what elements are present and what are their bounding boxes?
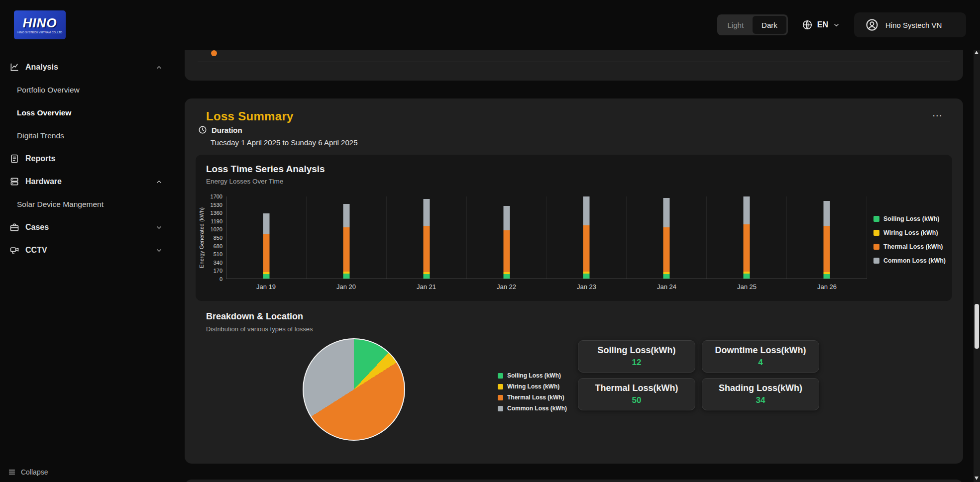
bar-column	[307, 196, 387, 279]
bar-column	[226, 196, 307, 279]
x-axis-label: Jan 26	[787, 283, 867, 290]
legend-label: Thermal Loss (kWh)	[883, 243, 943, 250]
y-axis-tick: 0	[204, 276, 222, 282]
sidebar-item-analysis[interactable]: Analysis	[0, 56, 174, 79]
logo-subtitle: HINO SYSTECH VIETNAM CO.,LTD	[17, 31, 62, 34]
bar-segment-thermal-loss-kwh	[824, 226, 830, 272]
bar-segment-thermal-loss-kwh	[503, 230, 510, 272]
legend-dot	[211, 50, 217, 56]
legend-item-common-loss-kwh[interactable]: Common Loss (kWh)	[873, 257, 946, 264]
legend-item-thermal-loss-kwh[interactable]: Thermal Loss (kWh)	[873, 243, 946, 250]
sidebar-item-hardware[interactable]: Hardware	[0, 170, 174, 193]
bar-segment-common-loss-kwh	[423, 199, 430, 226]
bar-segment-thermal-loss-kwh	[343, 227, 349, 272]
language-selector[interactable]: EN	[802, 19, 840, 30]
sidebar-item-cases[interactable]: Cases	[0, 216, 174, 239]
bar-segment-soiling-loss-kwh	[503, 274, 510, 279]
scroll-down-arrow[interactable]	[975, 477, 979, 480]
legend-item-wiring-loss-kwh[interactable]: Wiring Loss (kWh)	[498, 383, 567, 390]
loss-summary-title: Loss Summary	[206, 109, 294, 123]
stat-value: 50	[632, 395, 642, 405]
sidebar-item-label: Analysis	[25, 63, 150, 72]
bar-segment-thermal-loss-kwh	[263, 234, 269, 272]
x-axis-label: Jan 21	[386, 283, 466, 290]
x-axis-label: Jan 25	[707, 283, 787, 290]
bar-segment-common-loss-kwh	[263, 213, 269, 234]
bar-chart-legend: Soiling Loss (kWh)Wiring Loss (kWh)Therm…	[873, 215, 946, 264]
chevron-up-icon	[155, 64, 163, 71]
collapse-label: Collapse	[21, 468, 48, 476]
x-axis-label: Jan 23	[546, 283, 627, 290]
user-menu[interactable]: Hino Systech VN	[854, 12, 966, 37]
loss-stat-card-shading-loss-kwh: Shading Loss(kWh)34	[702, 378, 819, 410]
bar-column	[467, 196, 547, 279]
sidebar-item-cctv[interactable]: CCTV	[0, 239, 174, 262]
x-axis-label: Jan 22	[466, 283, 546, 290]
time-series-subtitle: Energy Losses Over Time	[206, 178, 283, 185]
user-avatar-icon	[865, 18, 879, 32]
sidebar-item-portfolio-overview[interactable]: Portfolio Overview	[0, 79, 174, 101]
sidebar-item-loss-overview[interactable]: Loss Overview	[0, 101, 174, 124]
y-axis-tick: 850	[204, 235, 222, 241]
loss-stats-grid: Soiling Loss(kWh)12Downtime Loss(kWh)4Th…	[578, 340, 819, 410]
app-logo[interactable]: HINO HINO SYSTECH VIETNAM CO.,LTD	[14, 10, 66, 39]
stacked-bar	[423, 196, 430, 279]
sidebar-item-label: Solar Device Mangement	[17, 200, 104, 209]
bar-segment-soiling-loss-kwh	[423, 274, 430, 279]
legend-label: Wiring Loss (kWh)	[507, 383, 559, 390]
loss-time-series-panel: Loss Time Series Analysis Energy Losses …	[196, 155, 952, 301]
stat-label: Soiling Loss(kWh)	[598, 345, 676, 356]
legend-label: Common Loss (kWh)	[883, 257, 946, 264]
stat-value: 34	[756, 395, 765, 405]
scroll-up-arrow[interactable]	[975, 51, 979, 54]
legend-item-common-loss-kwh[interactable]: Common Loss (kWh)	[498, 405, 567, 412]
legend-item-soiling-loss-kwh[interactable]: Soiling Loss (kWh)	[873, 215, 946, 222]
sidebar-item-label: Cases	[25, 223, 150, 232]
bar-segment-thermal-loss-kwh	[744, 224, 750, 272]
collapse-button[interactable]: Collapse	[8, 468, 48, 476]
loss-stat-card-downtime-loss-kwh: Downtime Loss(kWh)4	[702, 340, 819, 373]
clock-icon	[198, 125, 207, 134]
sidebar-item-digital-trends[interactable]: Digital Trends	[0, 124, 174, 147]
bar-segment-soiling-loss-kwh	[744, 274, 750, 279]
sidebar-item-label: Digital Trends	[17, 131, 64, 140]
chevron-up-icon	[155, 178, 163, 186]
reports-icon	[9, 153, 20, 164]
bar-segment-thermal-loss-kwh	[663, 227, 670, 272]
stacked-bar	[263, 196, 269, 279]
bar-segment-common-loss-kwh	[663, 198, 670, 227]
legend-swatch-icon	[873, 230, 879, 236]
loss-stat-card-soiling-loss-kwh: Soiling Loss(kWh)12	[578, 340, 695, 373]
stacked-bar	[744, 196, 750, 279]
scrollbar-thumb[interactable]	[975, 304, 979, 349]
legend-item-soiling-loss-kwh[interactable]: Soiling Loss (kWh)	[498, 372, 567, 379]
card-menu-button[interactable]: ⋯	[932, 109, 943, 121]
sidebar-item-reports[interactable]: Reports	[0, 147, 174, 170]
y-axis-tick: 1700	[204, 193, 222, 199]
bar-column	[707, 196, 787, 279]
duration-row: Duration	[198, 125, 242, 134]
bar-segment-soiling-loss-kwh	[824, 274, 830, 279]
legend-item-thermal-loss-kwh[interactable]: Thermal Loss (kWh)	[498, 394, 567, 401]
chevron-down-icon	[833, 21, 840, 29]
legend-item-wiring-loss-kwh[interactable]: Wiring Loss (kWh)	[873, 229, 946, 236]
legend-swatch-icon	[498, 406, 503, 411]
cases-icon	[9, 222, 20, 233]
duration-value: Tuesday 1 April 2025 to Sunday 6 April 2…	[211, 138, 357, 147]
breakdown-title: Breakdown & Location	[206, 311, 303, 322]
y-axis-tick: 1020	[204, 226, 222, 232]
chevron-down-icon	[155, 224, 163, 231]
pie-chart	[303, 338, 405, 441]
dark-theme-button[interactable]: Dark	[753, 16, 786, 34]
bar-column	[627, 196, 707, 279]
next-card-partial	[185, 480, 963, 482]
bar-segment-thermal-loss-kwh	[423, 226, 430, 272]
y-axis-tick: 1190	[204, 218, 222, 224]
sidebar-item-label: Reports	[25, 154, 163, 163]
bar-segment-thermal-loss-kwh	[583, 225, 590, 272]
sidebar-item-label: Loss Overview	[17, 108, 71, 117]
light-theme-button[interactable]: Light	[719, 16, 753, 34]
globe-icon	[802, 19, 813, 30]
stacked-bar	[824, 196, 830, 279]
sidebar-item-solar-device-mangement[interactable]: Solar Device Mangement	[0, 193, 174, 216]
